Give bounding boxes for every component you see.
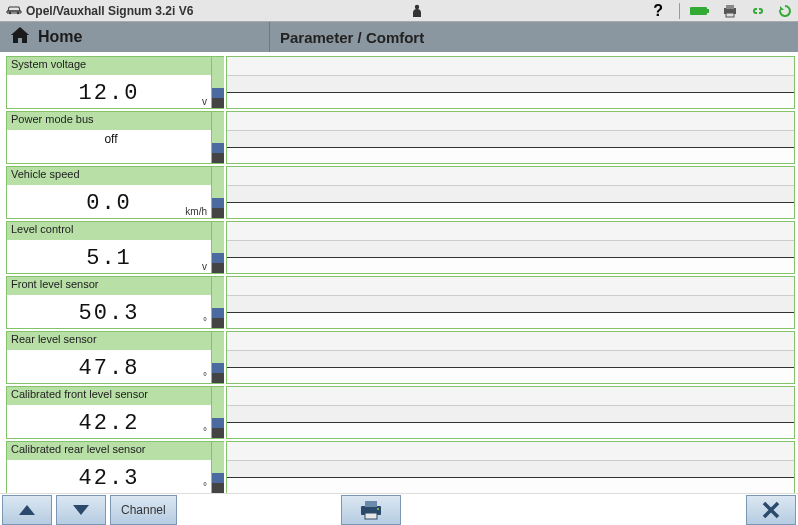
parameter-box[interactable]: Calibrated rear level sensor42.3°: [6, 441, 212, 493]
svg-rect-4: [707, 9, 709, 13]
channel-button[interactable]: Channel: [110, 495, 177, 525]
parameter-box[interactable]: Level control5.1v: [6, 221, 212, 274]
parameter-label: Front level sensor: [7, 277, 211, 295]
parameter-value: 42.2: [79, 411, 140, 438]
parameter-value: 42.3: [79, 466, 140, 493]
section-title: Parameter / Comfort: [270, 22, 798, 52]
parameter-chart[interactable]: [226, 386, 795, 439]
parameter-unit: °: [203, 316, 207, 327]
parameter-value: off: [100, 130, 117, 146]
parameter-box[interactable]: Front level sensor50.3°: [6, 276, 212, 329]
parameter-label: System voltage: [7, 57, 211, 75]
print-icon[interactable]: [722, 4, 738, 18]
parameter-row: Calibrated front level sensor42.2°: [6, 386, 795, 439]
svg-point-2: [415, 4, 419, 8]
parameter-label: Vehicle speed: [7, 167, 211, 185]
parameter-value: 12.0: [79, 81, 140, 108]
color-strip[interactable]: [212, 441, 224, 493]
home-label: Home: [38, 28, 82, 46]
parameter-row: Calibrated rear level sensor42.3°: [6, 441, 795, 493]
parameter-row: Level control5.1v: [6, 221, 795, 274]
home-button[interactable]: Home: [0, 22, 270, 52]
divider: [679, 3, 680, 19]
parameter-box[interactable]: Power mode busoff: [6, 111, 212, 164]
vehicle-title: Opel/Vauxhall Signum 3.2i V6: [26, 4, 193, 18]
color-strip[interactable]: [212, 166, 224, 219]
parameter-box[interactable]: Vehicle speed0.0km/h: [6, 166, 212, 219]
parameter-value: 47.8: [79, 356, 140, 383]
car-icon: [6, 3, 22, 18]
parameter-label: Power mode bus: [7, 112, 211, 130]
parameter-label: Calibrated front level sensor: [7, 387, 211, 405]
parameter-value: 50.3: [79, 301, 140, 328]
color-strip[interactable]: [212, 221, 224, 274]
parameter-row: Rear level sensor47.8°: [6, 331, 795, 384]
parameter-unit: °: [203, 371, 207, 382]
color-strip[interactable]: [212, 276, 224, 329]
parameter-row: Front level sensor50.3°: [6, 276, 795, 329]
parameter-value: 0.0: [86, 191, 132, 218]
link-icon[interactable]: [750, 5, 766, 17]
parameter-chart[interactable]: [226, 331, 795, 384]
parameter-box[interactable]: Rear level sensor47.8°: [6, 331, 212, 384]
print-button[interactable]: [341, 495, 401, 525]
parameter-box[interactable]: Calibrated front level sensor42.2°: [6, 386, 212, 439]
parameter-row: Vehicle speed0.0km/h: [6, 166, 795, 219]
help-icon[interactable]: ?: [653, 2, 663, 20]
svg-rect-10: [365, 513, 377, 519]
color-strip[interactable]: [212, 386, 224, 439]
color-strip[interactable]: [212, 111, 224, 164]
parameter-chart[interactable]: [226, 166, 795, 219]
battery-icon: [690, 6, 710, 16]
scroll-up-button[interactable]: [2, 495, 52, 525]
scroll-down-button[interactable]: [56, 495, 106, 525]
parameter-unit: km/h: [185, 206, 207, 217]
parameter-value: 5.1: [86, 246, 132, 273]
bottom-toolbar: Channel: [0, 493, 798, 525]
channel-label: Channel: [121, 503, 166, 517]
parameter-chart[interactable]: [226, 441, 795, 493]
parameter-unit: v: [202, 261, 207, 272]
close-button[interactable]: [746, 495, 796, 525]
parameter-unit: v: [202, 96, 207, 107]
color-strip[interactable]: [212, 56, 224, 109]
parameter-label: Level control: [7, 222, 211, 240]
svg-rect-3: [690, 7, 707, 15]
svg-point-11: [377, 508, 379, 510]
titlebar: Opel/Vauxhall Signum 3.2i V6 ?: [0, 0, 798, 22]
svg-point-1: [17, 12, 19, 14]
parameter-row: Power mode busoff: [6, 111, 795, 164]
parameter-unit: °: [203, 481, 207, 492]
home-icon: [10, 26, 30, 48]
svg-rect-6: [726, 5, 734, 9]
svg-rect-7: [726, 13, 734, 17]
person-icon[interactable]: [411, 4, 423, 18]
refresh-icon[interactable]: [778, 4, 792, 18]
svg-rect-9: [365, 501, 377, 507]
parameter-label: Calibrated rear level sensor: [7, 442, 211, 460]
parameter-box[interactable]: System voltage12.0v: [6, 56, 212, 109]
svg-point-0: [9, 12, 11, 14]
parameter-chart[interactable]: [226, 111, 795, 164]
parameter-list: System voltage12.0vPower mode busoffVehi…: [0, 52, 798, 493]
parameter-unit: °: [203, 426, 207, 437]
color-strip[interactable]: [212, 331, 224, 384]
header: Home Parameter / Comfort: [0, 22, 798, 52]
parameter-chart[interactable]: [226, 276, 795, 329]
parameter-row: System voltage12.0v: [6, 56, 795, 109]
parameter-label: Rear level sensor: [7, 332, 211, 350]
parameter-chart[interactable]: [226, 56, 795, 109]
parameter-chart[interactable]: [226, 221, 795, 274]
